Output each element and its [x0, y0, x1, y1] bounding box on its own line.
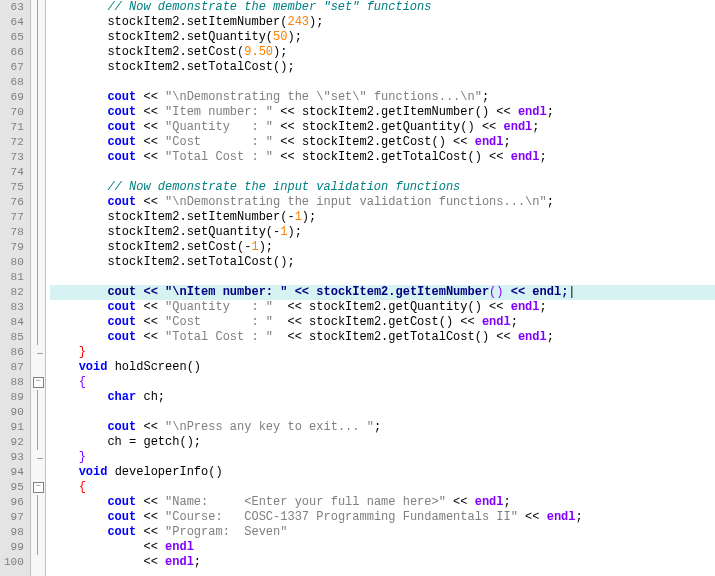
code-line[interactable]: cout << "Quantity : " << stockItem2.getQ…	[50, 120, 715, 135]
fold-guide-end	[37, 353, 43, 354]
code-line[interactable]	[50, 75, 715, 90]
fold-toggle-icon[interactable]: −	[33, 377, 44, 388]
code-line[interactable]	[50, 270, 715, 285]
code-line[interactable]: stockItem2.setItemNumber(-1);	[50, 210, 715, 225]
code-line[interactable]: stockItem2.setCost(-1);	[50, 240, 715, 255]
line-number: 72	[4, 135, 24, 150]
line-number: 79	[4, 240, 24, 255]
code-line[interactable]: ch = getch();	[50, 435, 715, 450]
line-number: 97	[4, 510, 24, 525]
fold-guide-end	[37, 458, 43, 459]
code-line[interactable]: stockItem2.setCost(9.50);	[50, 45, 715, 60]
line-number: 99	[4, 540, 24, 555]
line-number: 84	[4, 315, 24, 330]
code-line[interactable]: cout << "Course: COSC-1337 Programming F…	[50, 510, 715, 525]
line-number: 92	[4, 435, 24, 450]
line-number: 90	[4, 405, 24, 420]
code-line[interactable]: cout << "Cost : " << stockItem2.getCost(…	[50, 315, 715, 330]
code-line[interactable]: char ch;	[50, 390, 715, 405]
line-number: 77	[4, 210, 24, 225]
line-number: 88	[4, 375, 24, 390]
code-line[interactable]	[50, 165, 715, 180]
code-line[interactable]: cout << "\nItem number: " << stockItem2.…	[50, 285, 715, 300]
line-number: 74	[4, 165, 24, 180]
line-number: 100	[4, 555, 24, 570]
line-number: 66	[4, 45, 24, 60]
line-number: 76	[4, 195, 24, 210]
line-number-gutter: 6364656667686970717273747576777879808182…	[0, 0, 31, 576]
code-line[interactable]: stockItem2.setQuantity(-1);	[50, 225, 715, 240]
line-number: 91	[4, 420, 24, 435]
code-area[interactable]: // Now demonstrate the member "set" func…	[46, 0, 715, 576]
code-line[interactable]: << endl	[50, 540, 715, 555]
fold-guide	[37, 0, 38, 345]
line-number: 68	[4, 75, 24, 90]
line-number: 78	[4, 225, 24, 240]
line-number: 65	[4, 30, 24, 45]
fold-guide	[37, 390, 38, 450]
line-number: 83	[4, 300, 24, 315]
line-number: 95	[4, 480, 24, 495]
code-line[interactable]: {	[50, 480, 715, 495]
code-line[interactable]: cout << "Item number: " << stockItem2.ge…	[50, 105, 715, 120]
line-number: 73	[4, 150, 24, 165]
code-line[interactable]: cout << "Total Cost : " << stockItem2.ge…	[50, 330, 715, 345]
code-line[interactable]: << endl;	[50, 555, 715, 570]
line-number: 64	[4, 15, 24, 30]
line-number: 71	[4, 120, 24, 135]
line-number: 89	[4, 390, 24, 405]
code-line[interactable]: stockItem2.setTotalCost();	[50, 255, 715, 270]
line-number: 80	[4, 255, 24, 270]
line-number: 81	[4, 270, 24, 285]
line-number: 82	[4, 285, 24, 300]
line-number: 69	[4, 90, 24, 105]
line-number: 86	[4, 345, 24, 360]
code-line[interactable]: }	[50, 345, 715, 360]
line-number: 93	[4, 450, 24, 465]
code-line[interactable]	[50, 405, 715, 420]
line-number: 98	[4, 525, 24, 540]
line-number: 75	[4, 180, 24, 195]
code-line[interactable]: stockItem2.setTotalCost();	[50, 60, 715, 75]
line-number: 94	[4, 465, 24, 480]
line-number: 63	[4, 0, 24, 15]
code-editor[interactable]: 6364656667686970717273747576777879808182…	[0, 0, 715, 576]
code-line[interactable]: cout << "Cost : " << stockItem2.getCost(…	[50, 135, 715, 150]
line-number: 96	[4, 495, 24, 510]
code-line[interactable]: }	[50, 450, 715, 465]
code-line[interactable]: cout << "\nDemonstrating the \"set\" fun…	[50, 90, 715, 105]
code-line[interactable]: cout << "Total Cost : " << stockItem2.ge…	[50, 150, 715, 165]
code-line[interactable]: // Now demonstrate the member "set" func…	[50, 0, 715, 15]
line-number: 70	[4, 105, 24, 120]
line-number: 67	[4, 60, 24, 75]
fold-toggle-icon[interactable]: −	[33, 482, 44, 493]
code-line[interactable]: stockItem2.setItemNumber(243);	[50, 15, 715, 30]
line-number: 87	[4, 360, 24, 375]
code-line[interactable]: cout << "Name: <Enter your full name her…	[50, 495, 715, 510]
code-line[interactable]: stockItem2.setQuantity(50);	[50, 30, 715, 45]
fold-guide	[37, 495, 38, 555]
code-line[interactable]: cout << "\nPress any key to exit... ";	[50, 420, 715, 435]
code-line[interactable]: cout << "\nDemonstrating the input valid…	[50, 195, 715, 210]
code-line[interactable]: {	[50, 375, 715, 390]
code-line[interactable]: cout << "Program: Seven"	[50, 525, 715, 540]
line-number: 85	[4, 330, 24, 345]
code-line[interactable]: void developerInfo()	[50, 465, 715, 480]
code-line[interactable]: cout << "Quantity : " << stockItem2.getQ…	[50, 300, 715, 315]
code-line[interactable]: // Now demonstrate the input validation …	[50, 180, 715, 195]
code-line[interactable]: void holdScreen()	[50, 360, 715, 375]
fold-margin[interactable]: −−	[31, 0, 46, 576]
